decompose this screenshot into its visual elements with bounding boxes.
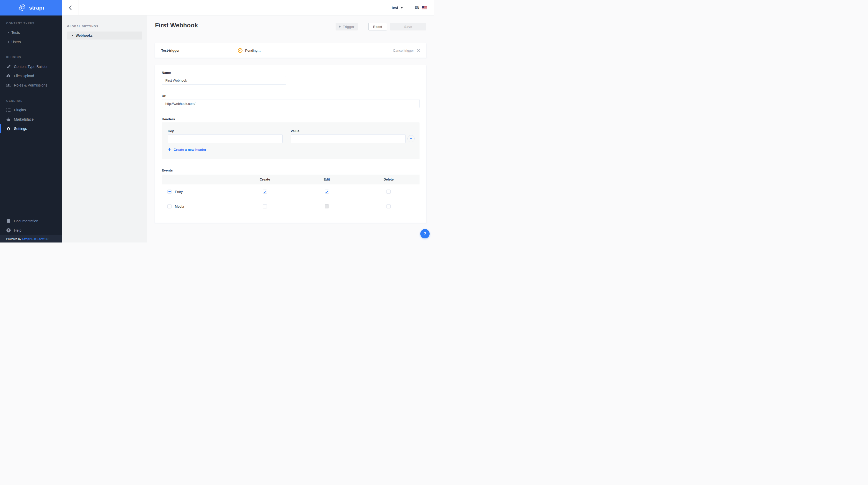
sidebar-nav: CONTENT TYPES Tests Users PLUGINS Conten… [0, 15, 62, 133]
headers-label: Headers [162, 117, 175, 121]
row-label: Media [175, 204, 184, 208]
media-delete-checkbox[interactable] [386, 204, 391, 208]
sidebar-item-help[interactable]: ? Help [0, 226, 62, 235]
divider [363, 23, 363, 30]
row-label: Entry [175, 190, 183, 194]
trigger-status-text: Pending… [245, 48, 261, 53]
create-header-link[interactable]: Create a new header [168, 148, 206, 152]
minus-icon [410, 138, 412, 139]
chevron-left-icon [69, 5, 72, 10]
topbar-right: test EN [392, 4, 434, 11]
user-menu[interactable]: test [392, 6, 403, 10]
name-input[interactable] [162, 76, 286, 85]
user-name: test [392, 6, 398, 10]
question-mark: ? [424, 231, 426, 236]
media-edit-checkbox [325, 204, 329, 208]
svg-text:?: ? [7, 229, 9, 232]
trigger-status: Pending… [238, 48, 261, 53]
entry-create-checkbox[interactable] [263, 190, 267, 194]
divider [409, 4, 409, 11]
events-table: Create Edit Delete Entry Media [162, 174, 420, 214]
strapi-logo[interactable]: strapi [0, 0, 62, 15]
webhook-form-card: Name Url Headers Key Value Create a new … [155, 65, 426, 223]
settings-subnav: GLOBAL SETTINGS Webhooks [62, 15, 147, 243]
clock-pending-icon [238, 48, 243, 53]
test-trigger-label: Test-trigger [161, 48, 180, 53]
sidebar-footer: Documentation ? Help [0, 217, 62, 235]
subnav-item-webhooks[interactable]: Webhooks [67, 32, 142, 39]
events-label: Events [162, 168, 173, 172]
back-button[interactable] [62, 0, 79, 15]
url-input[interactable] [162, 99, 420, 108]
events-row-media: Media [162, 199, 420, 214]
header-key-input[interactable] [168, 134, 283, 143]
header-actions: Trigger Reset Save [336, 23, 426, 30]
trigger-button[interactable]: Trigger [336, 23, 358, 30]
page-title: First Webhook [155, 22, 198, 29]
paintbrush-icon [6, 65, 10, 69]
media-create-checkbox[interactable] [263, 204, 267, 208]
strapi-version-link[interactable]: Strapi v3.0.0-next.40 [22, 237, 49, 240]
reset-button[interactable]: Reset [368, 23, 387, 30]
section-title-plugins: PLUGINS [0, 53, 62, 62]
cloud-upload-icon [6, 74, 10, 78]
column-create: Create [234, 177, 296, 181]
book-icon [6, 219, 10, 223]
sidebar-item-plugins[interactable]: Plugins [0, 105, 62, 115]
gear-icon [6, 127, 10, 131]
play-icon [339, 25, 341, 28]
url-label: Url [162, 94, 166, 98]
close-icon [417, 49, 420, 52]
header-value-input[interactable] [291, 134, 406, 143]
main-content: First Webhook Trigger Reset Save Test-tr… [147, 15, 434, 243]
sidebar-item-settings[interactable]: Settings [0, 124, 62, 133]
events-row-entry: Entry [162, 184, 420, 199]
header-key-label: Key [168, 129, 174, 133]
main-sidebar: strapi CONTENT TYPES Tests Users PLUGINS… [0, 0, 62, 243]
section-title-general: GENERAL [0, 96, 62, 105]
powered-by: Powered by Strapi v3.0.0-next.40 [0, 235, 62, 243]
brand-name: strapi [29, 5, 44, 11]
bullet-icon [8, 41, 9, 43]
users-icon [6, 83, 10, 88]
us-flag-icon [422, 6, 427, 9]
topbar: test EN [62, 0, 434, 15]
media-row-checkbox[interactable] [167, 204, 172, 208]
sidebar-item-tests[interactable]: Tests [0, 28, 62, 37]
sidebar-item-documentation[interactable]: Documentation [0, 217, 62, 226]
locale-code: EN [414, 6, 419, 9]
name-label: Name [162, 71, 171, 75]
entry-delete-checkbox[interactable] [386, 190, 391, 194]
locale-switcher[interactable]: EN [414, 6, 427, 9]
strapi-rocket-icon [18, 3, 27, 12]
sidebar-item-marketplace[interactable]: Marketplace [0, 115, 62, 124]
basket-icon [6, 117, 10, 122]
question-circle-icon: ? [6, 228, 10, 233]
bullet-icon [8, 32, 9, 33]
entry-edit-checkbox[interactable] [325, 190, 329, 194]
chevron-down-icon [400, 7, 403, 8]
section-title-content-types: CONTENT TYPES [0, 19, 62, 28]
bullet-icon [72, 35, 73, 36]
plus-icon [168, 148, 171, 151]
subnav-title: GLOBAL SETTINGS [62, 15, 147, 28]
remove-header-button[interactable] [407, 135, 414, 142]
sidebar-item-files-upload[interactable]: Files Upload [0, 71, 62, 80]
column-edit: Edit [296, 177, 358, 181]
events-header-row: Create Edit Delete [162, 174, 420, 184]
header-value-label: Value [291, 129, 300, 133]
list-icon [6, 108, 10, 112]
cancel-trigger-button[interactable]: Cancel trigger [393, 48, 420, 53]
sidebar-item-users[interactable]: Users [0, 37, 62, 46]
test-trigger-bar: Test-trigger Pending… Cancel trigger [155, 43, 426, 58]
entry-row-checkbox[interactable] [167, 190, 172, 194]
help-fab-button[interactable]: ? [420, 229, 430, 238]
sidebar-item-roles-permissions[interactable]: Roles & Permissions [0, 80, 62, 90]
headers-panel: Key Value Create a new header [162, 122, 420, 159]
column-delete: Delete [358, 177, 420, 181]
sidebar-item-content-type-builder[interactable]: Content Type Builder [0, 62, 62, 71]
save-button[interactable]: Save [390, 23, 426, 30]
